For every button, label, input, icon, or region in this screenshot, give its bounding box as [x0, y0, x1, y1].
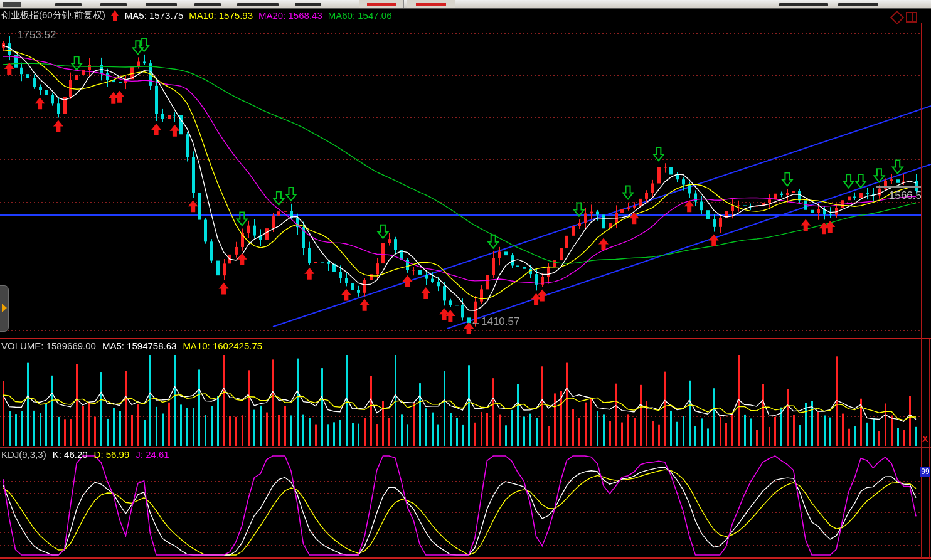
last-price-label: 1566.5	[889, 189, 922, 202]
peak-price-label: 1753.52	[18, 29, 56, 41]
diamond-icon[interactable]	[890, 10, 905, 24]
sidebar-expand-tab[interactable]	[0, 285, 9, 332]
volume-value: VOLUME: 1589669.00	[1, 341, 96, 351]
expand-arrow-icon	[2, 304, 7, 312]
volume-ma5-value: MA5: 1594758.63	[102, 341, 176, 351]
kdj-header: KDJ(9,3,3) K: 46.20 D: 56.99 J: 24.61	[1, 449, 169, 460]
indicator-close-button[interactable]: X	[922, 435, 928, 443]
instrument-title: 创业板指(60分钟.前复权)	[1, 9, 105, 21]
chart-canvas[interactable]	[0, 0, 931, 560]
right-edge-border	[929, 339, 930, 558]
kdj-d-value: D: 56.99	[94, 449, 130, 460]
buy-signal-icon	[111, 10, 119, 21]
kdj-scale-label: 99	[920, 467, 930, 477]
ma5-value: MA5: 1573.75	[125, 10, 183, 21]
corner-tools	[892, 12, 917, 23]
pane-separator[interactable]	[0, 447, 931, 448]
right-axis-border	[921, 23, 922, 558]
ma20-value: MA20: 1568.43	[258, 10, 322, 21]
ma60-value: MA60: 1547.06	[328, 10, 392, 21]
trading-app-window: 创业板指(60分钟.前复权) MA5: 1573.75 MA10: 1575.9…	[0, 0, 931, 560]
trough-price-label: ←1410.57	[471, 315, 519, 328]
bottom-border	[0, 557, 931, 559]
kdj-title: KDJ(9,3,3)	[1, 449, 46, 460]
pane-separator[interactable]	[0, 338, 931, 339]
ma10-value: MA10: 1575.93	[189, 10, 253, 21]
volume-header: VOLUME: 1589669.00 MA5: 1594758.63 MA10:…	[1, 341, 262, 351]
last-price-line	[876, 186, 921, 187]
volume-ma10-value: MA10: 1602425.75	[183, 341, 262, 351]
kdj-k-value: K: 46.20	[53, 449, 88, 460]
chart-header: 创业板指(60分钟.前复权) MA5: 1573.75 MA10: 1575.9…	[1, 9, 392, 21]
split-panes-icon[interactable]	[906, 12, 917, 23]
kdj-j-value: J: 24.61	[136, 449, 169, 460]
